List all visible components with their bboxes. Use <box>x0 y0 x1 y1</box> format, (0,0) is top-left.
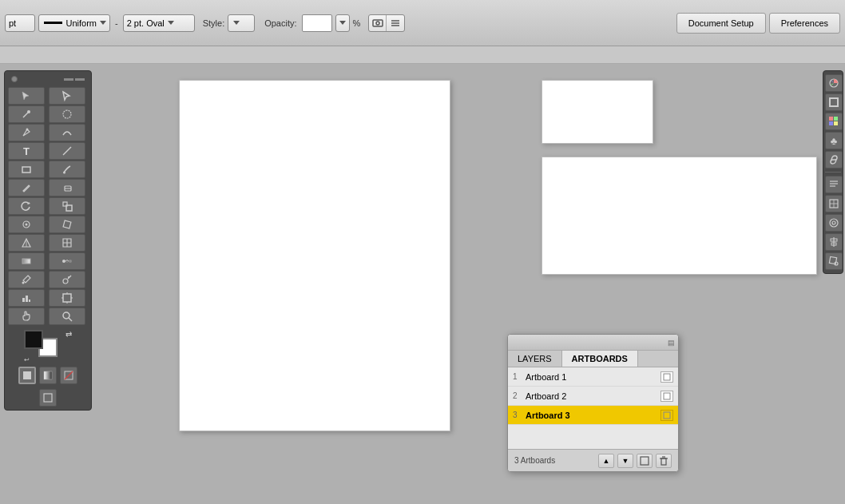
artboard-tool[interactable] <box>49 289 85 307</box>
svg-rect-24 <box>26 296 28 302</box>
puppet-warp-tool[interactable] <box>8 216 45 233</box>
artboard-1[interactable] <box>179 80 450 431</box>
delete-artboard-btn[interactable] <box>656 454 672 468</box>
blend-tool[interactable] <box>49 252 85 270</box>
style-dropdown[interactable] <box>228 14 255 32</box>
rect-tool[interactable] <box>8 161 45 178</box>
paragraph-panel-btn[interactable] <box>825 176 843 193</box>
artboards-panel-btn[interactable] <box>825 195 843 212</box>
scale-tool[interactable] <box>49 197 85 215</box>
svg-rect-43 <box>834 121 838 125</box>
gradient-color-btn[interactable] <box>39 367 57 384</box>
artboard-row-2[interactable]: 2 Artboard 2 <box>508 387 678 406</box>
artboard-row-3-name: Artboard 3 <box>526 411 661 420</box>
rotate-tool[interactable] <box>8 197 45 215</box>
stroke-type-dropdown[interactable]: Uniform <box>38 14 110 32</box>
magic-wand-tool[interactable] <box>8 105 45 123</box>
graph-tool[interactable] <box>8 289 45 307</box>
svg-rect-40 <box>829 117 833 121</box>
gradient-tool[interactable] <box>8 252 45 270</box>
artboard-row-2-icon <box>661 391 673 402</box>
opacity-stepper[interactable] <box>335 14 350 32</box>
svg-point-13 <box>26 224 28 226</box>
fill-color-swatch[interactable] <box>24 330 43 349</box>
svg-line-5 <box>63 147 71 155</box>
artboard-2[interactable] <box>542 80 653 144</box>
swap-colors-btn[interactable]: ⇄ <box>65 330 72 339</box>
artboard-row-3[interactable]: 3 Artboard 3 <box>508 406 678 425</box>
none-color-row <box>18 367 77 384</box>
appearance-panel-btn[interactable] <box>825 214 843 232</box>
svg-rect-41 <box>834 117 838 121</box>
move-up-btn[interactable]: ▲ <box>598 454 614 468</box>
unit-select[interactable]: pt px in <box>5 14 35 32</box>
sub-toolbar <box>0 46 845 64</box>
svg-rect-26 <box>63 294 71 302</box>
layers-footer-buttons: ▲ ▼ <box>598 454 672 468</box>
normal-screen-btn[interactable] <box>39 389 57 407</box>
pencil-tool[interactable] <box>8 179 45 196</box>
line-tool[interactable] <box>49 142 85 160</box>
lasso-tool[interactable] <box>49 105 85 123</box>
direct-select-tool[interactable] <box>49 87 85 105</box>
hand-tool[interactable] <box>8 308 45 325</box>
move-down-btn[interactable]: ▼ <box>617 454 633 468</box>
mesh-tool[interactable] <box>49 234 85 252</box>
svg-rect-34 <box>44 371 52 379</box>
svg-point-17 <box>62 260 65 263</box>
layers-panel-resize[interactable]: ▤ <box>668 339 675 347</box>
new-artboard-btn[interactable] <box>637 454 653 468</box>
svg-point-18 <box>69 260 72 263</box>
paintbrush-tool[interactable] <box>49 161 85 178</box>
symbols-panel-btn[interactable]: ♣ <box>825 132 843 149</box>
perspective-grid-tool[interactable] <box>8 234 45 252</box>
reset-colors-btn[interactable]: ↩ <box>24 356 30 363</box>
visibility-btn[interactable] <box>369 15 387 31</box>
panel-collapse-dot[interactable] <box>11 76 18 82</box>
free-transform-tool[interactable] <box>49 216 85 233</box>
swatches-panel-btn[interactable] <box>825 113 843 130</box>
stroke-panel-btn[interactable] <box>825 93 843 111</box>
tab-artboards[interactable]: ARTBOARDS <box>562 351 638 367</box>
opacity-pct: % <box>353 18 361 28</box>
tab-layers[interactable]: LAYERS <box>508 351 562 367</box>
svg-rect-60 <box>641 457 649 465</box>
pen-tool[interactable] <box>8 124 45 141</box>
left-panel: T <box>0 64 96 504</box>
curvature-tool[interactable] <box>49 124 85 141</box>
solid-color-btn[interactable] <box>18 367 36 384</box>
color-panel-btn[interactable] <box>825 74 843 92</box>
links-panel-btn[interactable] <box>825 151 843 169</box>
grip-line-1 <box>64 78 73 81</box>
tools-panel: T <box>4 70 92 411</box>
eyedrop-tool[interactable] <box>8 271 45 288</box>
extra-btn[interactable] <box>387 15 404 31</box>
zoom-tool[interactable] <box>49 308 85 325</box>
opacity-input[interactable]: 100 <box>302 14 332 32</box>
svg-point-1 <box>376 22 379 25</box>
artboard-3[interactable] <box>542 157 817 275</box>
spray-brush-tool[interactable] <box>49 271 85 288</box>
eraser-tool[interactable] <box>49 179 85 196</box>
transform-panel-btn[interactable] <box>825 252 843 270</box>
artboards-count-label: 3 Artboards <box>514 456 555 465</box>
select-tool[interactable] <box>8 87 45 105</box>
panel-grip <box>64 78 85 81</box>
type-tool[interactable]: T <box>8 142 45 160</box>
svg-point-3 <box>27 110 30 113</box>
stroke-width-dropdown[interactable]: 2 pt. Oval <box>123 14 195 32</box>
doc-setup-button[interactable]: Document Setup <box>676 13 766 34</box>
none-color-btn[interactable] <box>60 367 77 384</box>
svg-rect-58 <box>664 393 670 399</box>
artboard-row-1[interactable]: 1 Artboard 1 <box>508 367 678 387</box>
artboard-row-2-name: Artboard 2 <box>526 391 661 401</box>
view-btn-group <box>368 14 405 32</box>
artboards-container <box>542 80 813 275</box>
stroke-width-label: 2 pt. Oval <box>127 18 165 28</box>
preferences-button[interactable]: Preferences <box>769 13 840 34</box>
layers-panel-footer: 3 Artboards ▲ ▼ <box>508 449 678 471</box>
svg-point-31 <box>63 312 69 319</box>
stroke-width-arrow <box>168 21 174 25</box>
align-panel-btn[interactable] <box>825 233 843 251</box>
artboard-row-3-icon <box>661 410 673 421</box>
